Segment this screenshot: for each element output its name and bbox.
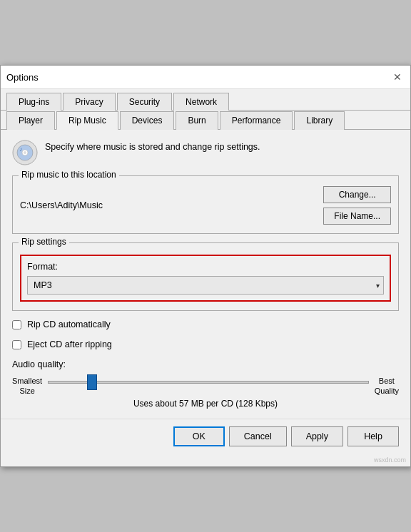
rip-cd-auto-checkbox[interactable]	[12, 320, 21, 329]
rip-location-label: Rip music to this location	[19, 170, 119, 180]
slider-max-label: Best Quality	[375, 375, 399, 395]
options-window: Options ✕ Plug-ins Privacy Security Netw…	[0, 65, 411, 466]
intro-text: Specify where music is stored and change…	[45, 140, 260, 154]
rip-settings-label: Rip settings	[19, 237, 69, 247]
rip-cd-auto-label[interactable]: Rip CD automatically	[27, 319, 111, 329]
eject-cd-row: Eject CD after ripping	[12, 339, 399, 349]
tab-player[interactable]: Player	[6, 111, 55, 130]
location-row: C:\Users\Adity\Music Change... File Name…	[20, 186, 391, 225]
slider-usage-text: Uses about 57 MB per CD (128 Kbps)	[12, 399, 399, 409]
close-button[interactable]: ✕	[390, 70, 405, 84]
change-button[interactable]: Change...	[323, 186, 391, 203]
tabs-row1: Plug-ins Privacy Security Network	[1, 89, 410, 111]
rip-location-group: Rip music to this location C:\Users\Adit…	[12, 175, 399, 234]
cancel-button[interactable]: Cancel	[229, 426, 287, 446]
title-bar: Options ✕	[1, 66, 410, 89]
apply-button[interactable]: Apply	[291, 426, 343, 446]
format-highlight-box: Format: MP3 Windows Media Audio WAV FLAC…	[20, 255, 391, 302]
slider-min-label: Smallest Size	[12, 375, 42, 395]
eject-cd-label[interactable]: Eject CD after ripping	[27, 339, 112, 349]
svg-point-3	[24, 151, 26, 154]
rip-settings-group: Rip settings Format: MP3 Windows Media A…	[12, 242, 399, 311]
music-path: C:\Users\Adity\Music	[20, 200, 318, 210]
tab-devices[interactable]: Devices	[120, 111, 175, 130]
help-button[interactable]: Help	[347, 426, 399, 446]
audio-quality-label: Audio quality:	[12, 359, 399, 369]
audio-quality-section: Audio quality: Smallest Size Best Qualit…	[12, 359, 399, 408]
format-select-wrapper: MP3 Windows Media Audio WAV FLAC AAC ▾	[27, 276, 384, 295]
tab-plugins[interactable]: Plug-ins	[6, 93, 61, 111]
rip-cd-auto-row: Rip CD automatically	[12, 319, 399, 329]
format-select[interactable]: MP3 Windows Media Audio WAV FLAC AAC	[27, 276, 384, 295]
window-title: Options	[6, 72, 39, 83]
tab-network[interactable]: Network	[173, 93, 229, 111]
tabs-row2: Player Rip Music Devices Burn Performanc…	[1, 111, 410, 130]
watermark: wsxdn.com	[1, 455, 410, 466]
tab-library[interactable]: Library	[294, 111, 345, 130]
tab-security[interactable]: Security	[117, 93, 172, 111]
tab-rip-music[interactable]: Rip Music	[56, 111, 118, 130]
slider-thumb[interactable]	[87, 374, 97, 390]
slider-track	[48, 381, 369, 384]
cd-icon: ♪	[12, 140, 38, 165]
ok-button[interactable]: OK	[173, 426, 225, 446]
format-label: Format:	[27, 262, 384, 272]
intro-row: ♪ Specify where music is stored and chan…	[12, 140, 399, 165]
tab-performance[interactable]: Performance	[220, 111, 293, 130]
filename-button[interactable]: File Name...	[323, 208, 391, 225]
eject-cd-checkbox[interactable]	[12, 340, 21, 349]
main-content: ♪ Specify where music is stored and chan…	[1, 130, 410, 418]
location-buttons: Change... File Name...	[323, 186, 391, 225]
svg-text:♪: ♪	[19, 145, 23, 153]
tab-privacy[interactable]: Privacy	[63, 93, 115, 111]
quality-slider-container	[48, 375, 369, 389]
bottom-bar: OK Cancel Apply Help	[1, 419, 410, 455]
tab-burn[interactable]: Burn	[176, 111, 218, 130]
